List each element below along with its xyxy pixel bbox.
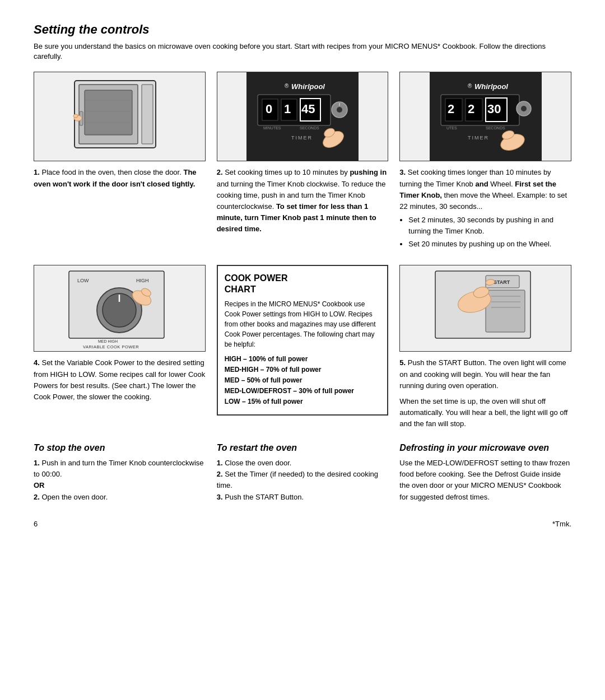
cook-power-svg: LOW HIGH MED HIGH VARIABLE COOK POWER bbox=[63, 265, 175, 351]
svg-text:2: 2 bbox=[468, 102, 474, 116]
step1-num: 1. bbox=[34, 168, 40, 176]
step3-bullet2: Set 20 minutes by pushing up on the Whee… bbox=[408, 239, 571, 250]
col-step3: Whirlpool ® 2 2 30 UTES SECONDS TIME bbox=[399, 72, 571, 251]
defrosting-text: Use the MED-LOW/DEFROST setting to thaw … bbox=[399, 458, 571, 503]
to-restart-title: To restart the oven bbox=[217, 443, 389, 453]
chart-line-2: MED-HIGH – 70% of full power bbox=[225, 365, 381, 375]
step2-b1: pushing in bbox=[350, 168, 387, 176]
to-restart-step3: 3. Push the START Button. bbox=[217, 492, 389, 503]
step4-num: 4. bbox=[34, 358, 40, 367]
variable-cook-power-illustration: LOW HIGH MED HIGH VARIABLE COOK POWER bbox=[34, 265, 206, 352]
chart-line-4: MED-LOW/DEFROST – 30% of full power bbox=[225, 386, 381, 396]
svg-text:MINUTES: MINUTES bbox=[263, 126, 281, 130]
svg-text:VARIABLE COOK POWER: VARIABLE COOK POWER bbox=[83, 344, 139, 349]
timer2-illustration: Whirlpool ® 2 2 30 UTES SECONDS TIME bbox=[399, 72, 571, 161]
to-stop-steps: 1. Push in and turn the Timer Knob count… bbox=[34, 458, 206, 503]
step3-t2: Wheel. bbox=[488, 180, 515, 188]
trademark-note: *Tmk. bbox=[552, 520, 571, 528]
step1-plain: Place food in the oven, then close the d… bbox=[41, 168, 183, 176]
to-restart-col: To restart the oven 1. Close the oven do… bbox=[217, 443, 389, 503]
svg-text:®: ® bbox=[468, 83, 472, 89]
step5-num: 5. bbox=[399, 358, 406, 367]
step2-t1: Set cooking times up to 10 minutes by bbox=[225, 168, 350, 176]
to-stop-step1: 1. Push in and turn the Timer Knob count… bbox=[34, 458, 206, 491]
svg-text:0: 0 bbox=[266, 102, 272, 116]
start-svg: START bbox=[430, 265, 542, 351]
step2-num: 2. bbox=[217, 168, 223, 176]
to-restart-step1: 1. Close the oven door. bbox=[217, 458, 389, 469]
top-section: 1. Place food in the oven, then close th… bbox=[34, 72, 571, 251]
cook-power-intro: Recipes in the MICRO MENUS* Cookbook use… bbox=[225, 299, 381, 349]
step5-text: 5. Push the START Button. The oven light… bbox=[399, 357, 571, 430]
col-step4: LOW HIGH MED HIGH VARIABLE COOK POWER 4.… bbox=[34, 265, 206, 430]
col-step2: Whirlpool ® 0 1 45 MINUTES SECONDS bbox=[217, 72, 389, 251]
defrosting-title: Defrosting in your microwave oven bbox=[399, 443, 571, 453]
svg-text:SECONDS: SECONDS bbox=[300, 126, 319, 130]
oven-svg bbox=[69, 72, 170, 161]
to-stop-col: To stop the oven 1. Push in and turn the… bbox=[34, 443, 206, 503]
intro-text: Be sure you understand the basics on mic… bbox=[34, 41, 571, 62]
svg-text:®: ® bbox=[285, 83, 289, 89]
col-step1: 1. Place food in the oven, then close th… bbox=[34, 72, 206, 251]
to-restart-steps: 1. Close the oven door. 2. Set the Timer… bbox=[217, 458, 389, 503]
svg-point-22 bbox=[337, 107, 342, 113]
step3-bullet1: Set 2 minutes, 30 seconds by pushing in … bbox=[408, 214, 571, 237]
svg-point-6 bbox=[73, 114, 78, 118]
bottom-section: To stop the oven 1. Push in and turn the… bbox=[34, 443, 571, 503]
timer1-illustration: Whirlpool ® 0 1 45 MINUTES SECONDS bbox=[217, 72, 389, 161]
to-restart-step2: 2. Set the Timer (if needed) to the desi… bbox=[217, 469, 389, 491]
svg-point-40 bbox=[521, 106, 527, 111]
svg-text:UTES: UTES bbox=[446, 126, 457, 130]
step1-text: 1. Place food in the oven, then close th… bbox=[34, 167, 206, 189]
cook-power-chart-lines: HIGH – 100% of full power MED-HIGH – 70%… bbox=[225, 354, 381, 408]
timer1-svg: Whirlpool ® 0 1 45 MINUTES SECONDS bbox=[246, 72, 359, 161]
chart-line-5: LOW – 15% of full power bbox=[225, 396, 381, 407]
step4-text: 4. Set the Variable Cook Power to the de… bbox=[34, 357, 206, 403]
step3-text: 3. Set cooking times longer than 10 minu… bbox=[399, 167, 571, 251]
step4-body: Set the Variable Cook Power to the desir… bbox=[34, 358, 205, 400]
cook-power-chart-box: COOK POWERCHART Recipes in the MICRO MEN… bbox=[217, 265, 389, 415]
to-stop-step2: 2. Open the oven door. bbox=[34, 492, 206, 503]
page-title: Setting the controls bbox=[34, 22, 571, 37]
svg-rect-3 bbox=[142, 85, 153, 144]
start-button-illustration: START bbox=[399, 265, 571, 352]
step3-bullets: Set 2 minutes, 30 seconds by pushing in … bbox=[408, 214, 571, 250]
step5-t1: Push the START Button. The oven light wi… bbox=[399, 358, 566, 389]
cook-power-title: COOK POWERCHART bbox=[225, 273, 381, 294]
defrosting-col: Defrosting in your microwave oven Use th… bbox=[399, 443, 571, 503]
svg-text:45: 45 bbox=[301, 102, 315, 116]
svg-text:TIMER: TIMER bbox=[468, 135, 489, 141]
svg-rect-2 bbox=[85, 90, 132, 135]
svg-text:SECONDS: SECONDS bbox=[486, 126, 505, 130]
svg-text:Whirlpool: Whirlpool bbox=[291, 82, 325, 91]
svg-text:START: START bbox=[494, 279, 510, 285]
timer2-svg: Whirlpool ® 2 2 30 UTES SECONDS TIME bbox=[430, 72, 542, 161]
to-stop-or: OR bbox=[34, 481, 45, 489]
col-cook-power: COOK POWERCHART Recipes in the MICRO MEN… bbox=[217, 265, 389, 430]
oven-illustration bbox=[34, 72, 206, 161]
page-number: 6 bbox=[34, 520, 38, 528]
svg-text:1: 1 bbox=[284, 102, 291, 116]
svg-text:HIGH: HIGH bbox=[136, 278, 149, 283]
svg-text:Whirlpool: Whirlpool bbox=[474, 82, 508, 91]
chart-line-1: HIGH – 100% of full power bbox=[225, 354, 381, 365]
svg-text:LOW: LOW bbox=[77, 278, 89, 283]
svg-text:MED HIGH: MED HIGH bbox=[98, 339, 118, 343]
svg-text:2: 2 bbox=[448, 102, 454, 116]
col-step5: START 5. Push the START Button. The oven… bbox=[399, 265, 571, 430]
step3-num: 3. bbox=[399, 168, 406, 176]
svg-text:30: 30 bbox=[487, 102, 501, 116]
page-footer: 6 *Tmk. bbox=[34, 520, 571, 528]
to-stop-title: To stop the oven bbox=[34, 443, 206, 453]
step5-t2: When the set time is up, the oven will s… bbox=[399, 396, 571, 430]
step2-text: 2. Set cooking times up to 10 minutes by… bbox=[217, 167, 389, 235]
chart-line-3: MED – 50% of full power bbox=[225, 375, 381, 386]
step3-b1: and bbox=[475, 180, 488, 188]
svg-text:TIMER: TIMER bbox=[291, 135, 313, 141]
middle-section: LOW HIGH MED HIGH VARIABLE COOK POWER 4.… bbox=[34, 265, 571, 430]
